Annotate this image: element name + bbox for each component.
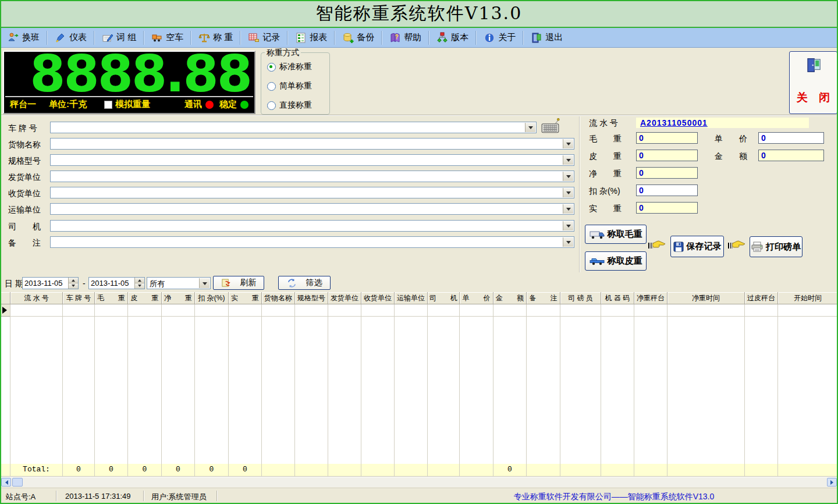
records-table-body[interactable] bbox=[0, 304, 838, 464]
toolbar-button-empty-truck[interactable]: 空车 bbox=[146, 31, 189, 45]
column-header-shipper[interactable]: 发货单位 bbox=[328, 292, 361, 304]
close-button[interactable]: 关 闭 bbox=[789, 51, 837, 114]
column-header-net-platform[interactable]: 净重秤台 bbox=[634, 292, 667, 304]
print-ticket-button[interactable]: 打印磅单 bbox=[750, 236, 803, 257]
amount-label: 金 额 bbox=[715, 151, 747, 162]
date-from-input[interactable]: 2013-11-05 bbox=[22, 277, 79, 289]
spin-down-icon[interactable] bbox=[69, 283, 78, 289]
column-header-deduct[interactable]: 扣 杂(%) bbox=[195, 292, 229, 304]
spin-up-icon[interactable] bbox=[69, 278, 78, 283]
column-header-tare[interactable]: 皮 重 bbox=[128, 292, 162, 304]
column-header-price[interactable]: 单 价 bbox=[460, 292, 493, 304]
tare-weight-field[interactable]: 0 bbox=[636, 150, 698, 161]
toolbar-button-help[interactable]: ? 帮助 bbox=[384, 31, 427, 45]
column-header-plate[interactable]: 车 牌 号 bbox=[63, 292, 95, 304]
column-header-spec[interactable]: 规格型号 bbox=[295, 292, 328, 304]
column-header-amount[interactable]: 金 额 bbox=[493, 292, 527, 304]
radio-icon[interactable] bbox=[267, 63, 276, 72]
plate-number-combo[interactable] bbox=[50, 122, 537, 133]
column-header-net-time[interactable]: 净重时间 bbox=[667, 292, 745, 304]
gross-truck-icon bbox=[590, 230, 605, 239]
column-header-tare-platform[interactable]: 过皮秤台 bbox=[745, 292, 778, 304]
unit-price-label: 单 价 bbox=[715, 134, 747, 144]
floppy-disk-icon bbox=[673, 242, 684, 252]
column-header-driver[interactable]: 司 机 bbox=[428, 292, 460, 304]
refresh-button[interactable]: 刷新 bbox=[213, 276, 264, 290]
tare-weight-label: 皮 重 bbox=[589, 151, 622, 162]
toolbar-button-records[interactable]: 记录 bbox=[243, 31, 285, 45]
date-to-spinner[interactable] bbox=[134, 278, 144, 289]
serial-value-link[interactable]: A201311050001 bbox=[640, 118, 708, 127]
scrollbar-thumb[interactable] bbox=[12, 478, 23, 487]
remark-combo[interactable] bbox=[50, 236, 574, 248]
column-header-remark[interactable]: 备 注 bbox=[527, 292, 560, 304]
column-header-gross[interactable]: 毛 重 bbox=[95, 292, 128, 304]
amount-field[interactable]: 0 bbox=[758, 150, 824, 161]
weigh-tare-button[interactable]: 称取皮重 bbox=[585, 251, 647, 271]
gross-weight-field[interactable]: 0 bbox=[636, 132, 698, 144]
radio-standard-weigh[interactable]: 标准称重 bbox=[267, 62, 312, 72]
column-header-goods[interactable]: 货物名称 bbox=[262, 292, 295, 304]
toolbar-button-about[interactable]: 关于 bbox=[478, 31, 521, 45]
radio-icon[interactable] bbox=[267, 82, 276, 91]
radio-direct-weigh[interactable]: 直接称重 bbox=[267, 100, 312, 111]
toolbar-button-weigh[interactable]: 称 重 bbox=[193, 31, 238, 45]
column-header-serial[interactable]: 流 水 号 bbox=[10, 292, 63, 304]
total-actual: 0 bbox=[229, 464, 262, 476]
column-header-actual[interactable]: 实 重 bbox=[229, 292, 262, 304]
records-table-header: 流 水 号 车 牌 号 毛 重 皮 重 净 重 扣 杂(%) 实 重 货物名称 … bbox=[0, 292, 838, 304]
horizontal-scrollbar[interactable] bbox=[0, 477, 838, 487]
toolbar-button-shift[interactable]: 换班 bbox=[2, 31, 45, 45]
toolbar-separator bbox=[143, 31, 144, 45]
record-type-select[interactable]: 所有 bbox=[147, 277, 211, 289]
driver-combo[interactable] bbox=[50, 220, 574, 232]
keyboard-icon[interactable] bbox=[541, 118, 560, 134]
unit-price-field[interactable]: 0 bbox=[758, 132, 824, 144]
deduct-percent-field[interactable]: 0 bbox=[636, 184, 698, 196]
column-header-machine[interactable]: 机 器 码 bbox=[601, 292, 634, 304]
toolbar-button-report[interactable]: 报表 bbox=[290, 31, 332, 45]
chevron-down-icon[interactable] bbox=[525, 123, 535, 132]
transport-combo[interactable] bbox=[50, 203, 574, 215]
column-header-receiver[interactable]: 收货单位 bbox=[361, 292, 395, 304]
toolbar-button-instrument[interactable]: 仪表 bbox=[49, 31, 92, 45]
chevron-down-icon[interactable] bbox=[563, 221, 573, 230]
save-record-button[interactable]: 保存记录 bbox=[670, 236, 724, 257]
simulate-weight-checkbox[interactable] bbox=[104, 101, 112, 109]
toolbar-button-exit[interactable]: 退出 bbox=[525, 31, 568, 45]
record-indicator-icon bbox=[2, 307, 7, 314]
chevron-down-icon[interactable] bbox=[563, 172, 573, 181]
toolbar-button-phrase[interactable]: 词 组 bbox=[97, 31, 141, 45]
chevron-down-icon[interactable] bbox=[563, 204, 573, 214]
date-from-spinner[interactable] bbox=[68, 278, 78, 289]
receiver-combo[interactable] bbox=[50, 187, 574, 198]
scroll-right-icon[interactable] bbox=[827, 478, 837, 487]
statusbar-divider bbox=[143, 491, 144, 501]
date-to-input[interactable]: 2013-11-05 bbox=[88, 277, 145, 289]
column-header-start-time[interactable]: 开始时间 bbox=[778, 292, 838, 304]
scroll-left-icon[interactable] bbox=[1, 478, 11, 487]
chevron-down-icon[interactable] bbox=[563, 155, 573, 165]
chevron-down-icon[interactable] bbox=[563, 188, 573, 197]
net-weight-field[interactable]: 0 bbox=[636, 167, 698, 179]
chevron-down-icon[interactable] bbox=[199, 278, 210, 288]
toolbar-button-backup[interactable]: 备份 bbox=[337, 31, 379, 45]
toolbar-button-version[interactable]: 版本 bbox=[431, 31, 474, 45]
total-deduct: 0 bbox=[195, 464, 229, 476]
radio-icon[interactable] bbox=[267, 101, 276, 110]
total-plate: 0 bbox=[63, 464, 95, 476]
chevron-down-icon[interactable] bbox=[563, 139, 573, 148]
weigh-gross-button[interactable]: 称取毛重 bbox=[585, 225, 647, 244]
shipper-combo[interactable] bbox=[50, 171, 574, 182]
chevron-down-icon[interactable] bbox=[563, 237, 573, 247]
spin-up-icon[interactable] bbox=[135, 278, 144, 283]
goods-name-combo[interactable] bbox=[50, 138, 574, 150]
actual-weight-field[interactable]: 0 bbox=[636, 202, 698, 214]
column-header-operator[interactable]: 司 磅 员 bbox=[560, 292, 601, 304]
spec-model-combo[interactable] bbox=[50, 154, 574, 166]
column-header-net[interactable]: 净 重 bbox=[162, 292, 195, 304]
filter-button[interactable]: 筛选 bbox=[278, 276, 331, 290]
column-header-transport[interactable]: 运输单位 bbox=[395, 292, 428, 304]
spin-down-icon[interactable] bbox=[135, 283, 144, 289]
radio-simple-weigh[interactable]: 简单称重 bbox=[267, 81, 312, 91]
